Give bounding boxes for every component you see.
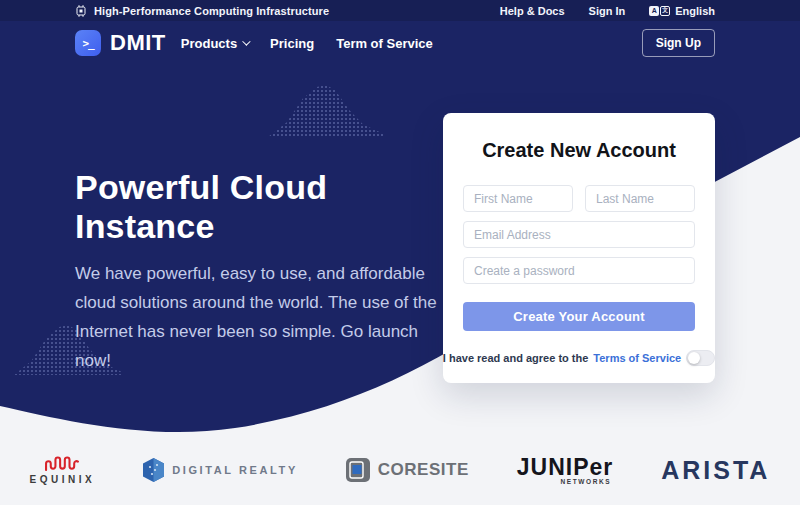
coresite-label: CORESITE xyxy=(378,460,469,480)
nav-item-products[interactable]: Products xyxy=(181,30,248,57)
toggle-knob xyxy=(688,352,700,364)
sign-up-button[interactable]: Sign Up xyxy=(642,29,715,57)
translate-icon-cjk: 文 xyxy=(660,6,670,16)
translate-icon-latin: A xyxy=(649,6,659,16)
equinix-icon xyxy=(43,456,81,471)
hero-section: Powerful Cloud Instance We have powerful… xyxy=(75,168,445,375)
terminal-icon: >_ xyxy=(75,30,101,56)
digital-realty-label: DIGITAL REALTY xyxy=(172,464,298,476)
terms-of-service-link[interactable]: Terms of Service xyxy=(593,352,681,364)
terms-toggle[interactable] xyxy=(686,350,715,366)
create-account-button[interactable]: Create Your Account xyxy=(463,302,695,331)
hero-description: We have powerful, easy to use, and affor… xyxy=(75,259,437,375)
nav-item-pricing[interactable]: Pricing xyxy=(270,30,314,57)
digital-realty-icon xyxy=(143,458,164,482)
form-title: Create New Account xyxy=(463,139,695,162)
name-fields-row xyxy=(463,185,695,212)
digital-realty-logo: DIGITAL REALTY xyxy=(143,458,298,482)
brand-name: DMIT xyxy=(110,30,166,56)
top-utility-bar: High-Performance Computing Infrastructur… xyxy=(0,0,800,21)
email-field[interactable] xyxy=(463,221,695,248)
terms-agree-row: I have read and agree to the Terms of Se… xyxy=(463,350,695,366)
signup-card: Create New Account Create Your Account I… xyxy=(443,113,715,383)
nav-menu: Products Pricing Term of Service xyxy=(181,30,433,57)
arista-name: ARISTA xyxy=(661,456,770,485)
tagline-group: High-Performance Computing Infrastructur… xyxy=(75,5,329,17)
nav-item-label: Term of Service xyxy=(336,36,433,51)
last-name-field[interactable] xyxy=(585,185,695,212)
help-docs-link[interactable]: Help & Docs xyxy=(500,5,565,17)
coresite-logo: CORESITE xyxy=(346,458,469,482)
translate-icon: A 文 xyxy=(649,6,670,16)
hero-title: Powerful Cloud Instance xyxy=(75,168,445,246)
agree-text: I have read and agree to the xyxy=(443,352,589,364)
chip-icon xyxy=(75,5,87,17)
main-nav: >_ DMIT Products Pricing Term of Service… xyxy=(0,21,800,65)
juniper-name: JUNIPer xyxy=(517,456,613,478)
equinix-label: EQUINIX xyxy=(30,474,96,485)
partner-logos-bar: EQUINIX DIGITAL REALTY CORESITE JUNIPer … xyxy=(0,440,800,500)
brand-logo[interactable]: >_ DMIT xyxy=(75,30,166,56)
sign-in-link[interactable]: Sign In xyxy=(589,5,626,17)
nav-item-label: Products xyxy=(181,36,237,51)
juniper-networks-label: NETWORKS xyxy=(561,478,612,485)
topbar-links: Help & Docs Sign In A 文 English xyxy=(500,5,715,17)
juniper-logo: JUNIPer NETWORKS xyxy=(517,456,613,485)
equinix-logo: EQUINIX xyxy=(30,456,96,485)
language-label: English xyxy=(675,5,715,17)
coresite-icon xyxy=(346,458,370,482)
nav-item-label: Pricing xyxy=(270,36,314,51)
tagline: High-Performance Computing Infrastructur… xyxy=(94,5,329,17)
language-selector[interactable]: A 文 English xyxy=(649,5,715,17)
nav-item-term-of-service[interactable]: Term of Service xyxy=(336,30,433,57)
arista-logo: ARISTA xyxy=(661,456,770,485)
chevron-down-icon xyxy=(242,37,250,45)
first-name-field[interactable] xyxy=(463,185,573,212)
password-field[interactable] xyxy=(463,257,695,284)
